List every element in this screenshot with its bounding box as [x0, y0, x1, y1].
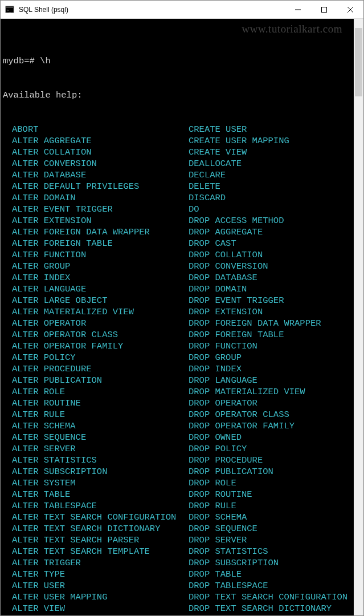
help-item: ALTER ROLE	[3, 386, 179, 398]
help-item: ALTER TYPE	[3, 569, 179, 580]
help-item: ALTER COLLATION	[3, 147, 179, 158]
help-item: DROP TABLE	[179, 569, 347, 580]
window-title: SQL Shell (psql)	[19, 6, 285, 14]
watermark: www.tutorialkart.com	[242, 23, 342, 35]
help-item: ALTER STATISTICS	[3, 455, 179, 466]
help-item: CREATE USER	[179, 124, 347, 135]
help-item: ALTER FOREIGN DATA WRAPPER	[3, 226, 179, 238]
terminal-output[interactable]: www.tutorialkart.com mydb=# \h Available…	[1, 19, 354, 615]
help-item: ALTER ROUTINE	[3, 398, 179, 409]
help-column-left: ABORTALTER AGGREGATEALTER COLLATIONALTER…	[3, 124, 179, 615]
help-item: DROP FUNCTION	[179, 341, 347, 352]
help-item: DROP EVENT TRIGGER	[179, 295, 347, 306]
help-item: ALTER RULE	[3, 409, 179, 420]
help-item: DECLARE	[179, 169, 347, 181]
help-item: ALTER LANGUAGE	[3, 283, 179, 295]
help-columns: ABORTALTER AGGREGATEALTER COLLATIONALTER…	[3, 124, 354, 615]
help-item: DROP PUBLICATION	[179, 466, 347, 477]
scrollbar-thumb[interactable]	[355, 28, 362, 96]
help-column-right: CREATE USERCREATE USER MAPPINGCREATE VIE…	[179, 124, 347, 615]
help-item: DROP MATERIALIZED VIEW	[179, 386, 347, 398]
help-item: ALTER TEXT SEARCH CONFIGURATION	[3, 512, 179, 523]
help-item: ALTER OPERATOR FAMILY	[3, 341, 179, 352]
prompt-line: mydb=# \h	[3, 55, 354, 67]
help-item: ALTER TRIGGER	[3, 557, 179, 569]
help-item: DROP DOMAIN	[179, 283, 347, 295]
help-item: ALTER PUBLICATION	[3, 375, 179, 386]
help-item: DROP TEXT SEARCH PARSER	[179, 614, 347, 615]
help-item: ALTER PROCEDURE	[3, 363, 179, 375]
help-item: DO	[179, 204, 347, 215]
help-item: ALTER EVENT TRIGGER	[3, 204, 179, 215]
help-item: ALTER TABLESPACE	[3, 500, 179, 512]
help-item: DROP COLLATION	[179, 249, 347, 261]
close-button[interactable]	[337, 1, 363, 19]
help-item: DROP TABLESPACE	[179, 580, 347, 591]
help-item: ALTER VIEW	[3, 603, 179, 614]
svg-rect-4	[322, 7, 327, 12]
help-item: DROP OWNED	[179, 432, 347, 443]
help-item: ALTER TEXT SEARCH TEMPLATE	[3, 546, 179, 557]
help-item: DROP LANGUAGE	[179, 375, 347, 386]
help-item: CREATE USER MAPPING	[179, 135, 347, 147]
help-item: ALTER AGGREGATE	[3, 135, 179, 147]
help-item: DROP FOREIGN TABLE	[179, 329, 347, 341]
help-item: ALTER TEXT SEARCH PARSER	[3, 534, 179, 546]
app-icon: >_	[5, 5, 14, 14]
svg-text:>_: >_	[7, 8, 11, 13]
help-item: DEALLOCATE	[179, 158, 347, 169]
help-header: Available help:	[3, 90, 354, 101]
help-item: DROP SUBSCRIPTION	[179, 557, 347, 569]
maximize-button[interactable]	[311, 1, 337, 19]
help-item: ALTER FUNCTION	[3, 249, 179, 261]
help-item: ALTER TABLE	[3, 489, 179, 500]
help-item: CREATE VIEW	[179, 147, 347, 158]
title-bar[interactable]: >_ SQL Shell (psql)	[1, 1, 363, 19]
help-item: DROP SERVER	[179, 534, 347, 546]
help-item: DROP OPERATOR	[179, 398, 347, 409]
help-item: DROP AGGREGATE	[179, 226, 347, 238]
help-item: DROP FOREIGN DATA WRAPPER	[179, 318, 347, 329]
help-item: DROP ROUTINE	[179, 489, 347, 500]
help-item: DROP RULE	[179, 500, 347, 512]
help-item: ALTER USER	[3, 580, 179, 591]
help-item: DROP ROLE	[179, 477, 347, 489]
help-item: DROP CONVERSION	[179, 261, 347, 272]
help-item: ALTER POLICY	[3, 352, 179, 363]
help-item: DROP GROUP	[179, 352, 347, 363]
help-item: DROP INDEX	[179, 363, 347, 375]
help-item: DROP OPERATOR CLASS	[179, 409, 347, 420]
help-item: ALTER FOREIGN TABLE	[3, 238, 179, 249]
help-item: ALTER DATABASE	[3, 169, 179, 181]
help-item: DROP DATABASE	[179, 272, 347, 283]
terminal-container: www.tutorialkart.com mydb=# \h Available…	[1, 19, 363, 615]
help-item: ALTER LARGE OBJECT	[3, 295, 179, 306]
vertical-scrollbar[interactable]	[354, 19, 363, 615]
help-item: ALTER SERVER	[3, 443, 179, 455]
help-item: ALTER SUBSCRIPTION	[3, 466, 179, 477]
help-item: ALTER CONVERSION	[3, 158, 179, 169]
help-item: DROP TEXT SEARCH CONFIGURATION	[179, 591, 347, 603]
help-item: DROP TEXT SEARCH DICTIONARY	[179, 603, 347, 614]
help-item: ALTER EXTENSION	[3, 215, 179, 226]
help-item: ANALYZE	[3, 614, 179, 615]
help-item: DROP OPERATOR FAMILY	[179, 420, 347, 432]
help-item: ALTER OPERATOR CLASS	[3, 329, 179, 341]
help-item: DROP EXTENSION	[179, 306, 347, 318]
help-item: ALTER SYSTEM	[3, 477, 179, 489]
help-item: ALTER USER MAPPING	[3, 591, 179, 603]
help-item: ALTER DOMAIN	[3, 192, 179, 204]
help-item: ALTER OPERATOR	[3, 318, 179, 329]
help-item: ALTER DEFAULT PRIVILEGES	[3, 181, 179, 192]
help-item: ABORT	[3, 124, 179, 135]
help-item: ALTER SEQUENCE	[3, 432, 179, 443]
help-item: DROP SEQUENCE	[179, 523, 347, 534]
help-item: DROP ACCESS METHOD	[179, 215, 347, 226]
help-item: DELETE	[179, 181, 347, 192]
help-item: ALTER MATERIALIZED VIEW	[3, 306, 179, 318]
minimize-button[interactable]	[285, 1, 311, 19]
help-item: ALTER INDEX	[3, 272, 179, 283]
help-item: DISCARD	[179, 192, 347, 204]
help-item: ALTER SCHEMA	[3, 420, 179, 432]
help-item: DROP PROCEDURE	[179, 455, 347, 466]
